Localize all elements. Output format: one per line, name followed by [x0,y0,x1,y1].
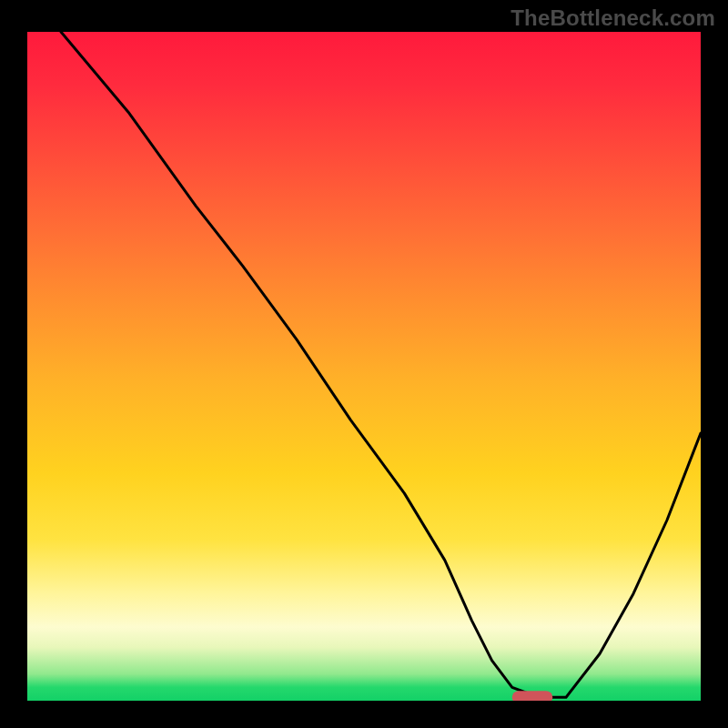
chart-frame: TheBottleneck.com [0,0,728,728]
watermark-label: TheBottleneck.com [511,5,715,31]
plot-background-gradient [27,32,701,701]
